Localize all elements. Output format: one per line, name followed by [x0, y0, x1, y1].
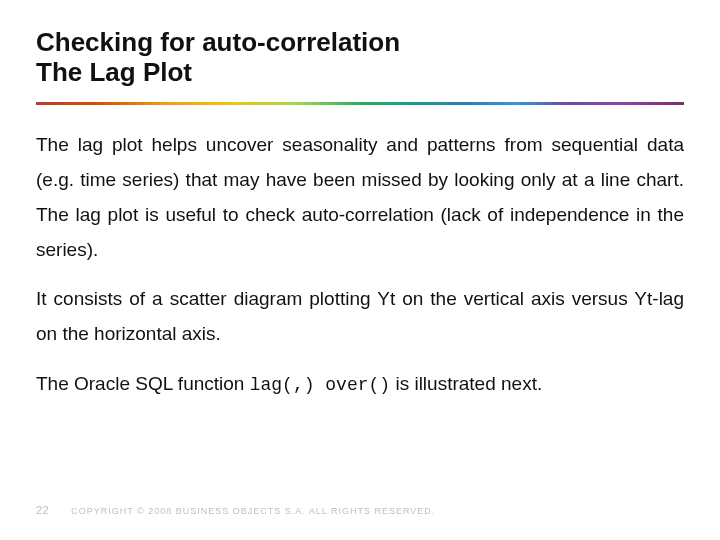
slide: Checking for auto-correlation The Lag Pl… [0, 0, 720, 540]
paragraph-2: It consists of a scatter diagram plottin… [36, 281, 684, 351]
title-line-1: Checking for auto-correlation [36, 28, 684, 58]
title-block: Checking for auto-correlation The Lag Pl… [36, 28, 684, 88]
footer: 22 COPYRIGHT © 2008 BUSINESS OBJECTS S.A… [36, 504, 435, 516]
p3-pre: The Oracle SQL function [36, 373, 250, 394]
paragraph-1: The lag plot helps uncover seasonality a… [36, 127, 684, 268]
title-line-2: The Lag Plot [36, 58, 684, 88]
paragraph-3: The Oracle SQL function lag(,) over() is… [36, 366, 684, 402]
copyright-text: COPYRIGHT © 2008 BUSINESS OBJECTS S.A. A… [71, 506, 435, 516]
body-text: The lag plot helps uncover seasonality a… [36, 127, 684, 402]
p3-code: lag(,) over() [250, 375, 390, 395]
p3-post: is illustrated next. [390, 373, 542, 394]
page-number: 22 [36, 504, 49, 516]
divider-rainbow [36, 102, 684, 105]
